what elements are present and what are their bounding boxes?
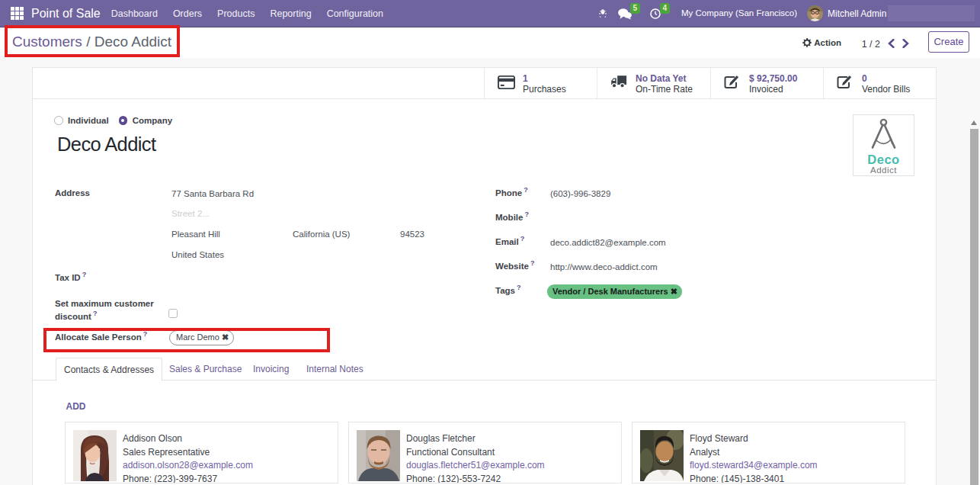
svg-text:Addict: Addict	[870, 165, 897, 175]
svg-text:Deco: Deco	[867, 153, 899, 166]
